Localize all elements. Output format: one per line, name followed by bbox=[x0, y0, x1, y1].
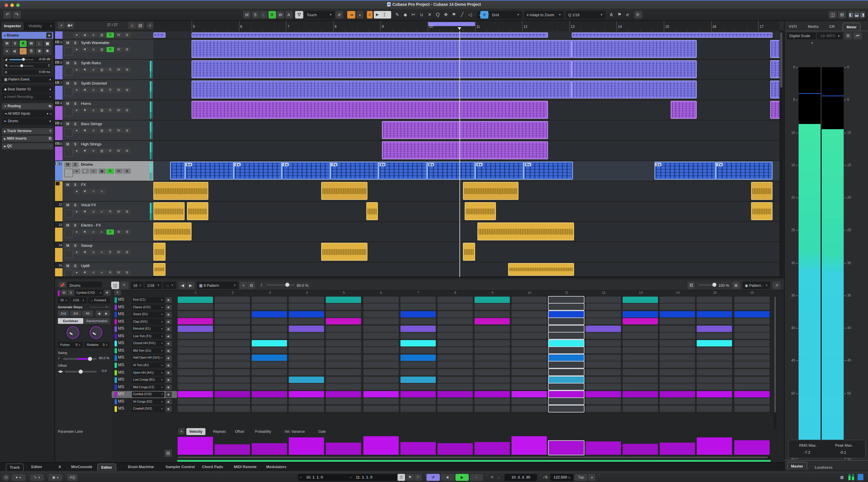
step-cell[interactable] bbox=[697, 405, 732, 412]
step-cell[interactable] bbox=[252, 311, 287, 317]
track-solo-button[interactable]: S bbox=[72, 121, 79, 126]
lane-name-select[interactable]: Hi Tom (A1)▼ bbox=[132, 363, 164, 368]
step-cell[interactable] bbox=[326, 304, 361, 310]
step-cell[interactable] bbox=[326, 376, 361, 382]
drum-edit-button[interactable]: ♩ bbox=[20, 48, 27, 54]
track-slot-box[interactable] bbox=[64, 47, 73, 55]
step-cell[interactable] bbox=[178, 384, 213, 390]
drum-pattern-event[interactable] bbox=[170, 162, 185, 179]
lane-name-select[interactable]: Half Open HH (G#1)▼ bbox=[132, 356, 164, 361]
step-cell[interactable] bbox=[734, 340, 769, 346]
step-cell[interactable] bbox=[437, 325, 472, 332]
step-cell[interactable] bbox=[734, 304, 769, 310]
step-cell[interactable] bbox=[474, 376, 510, 382]
tab-visibility[interactable]: Visibility bbox=[26, 22, 45, 30]
step-cell[interactable] bbox=[326, 384, 361, 390]
step-cell[interactable] bbox=[178, 362, 213, 368]
track-edit-settings-icon[interactable]: e bbox=[90, 209, 97, 214]
track-edit-settings-icon[interactable]: e bbox=[90, 67, 97, 72]
step-cell[interactable] bbox=[512, 296, 547, 303]
tab-randomization[interactable]: Randomization bbox=[84, 318, 110, 324]
step-cell[interactable] bbox=[697, 325, 732, 332]
track-record-icon[interactable]: ● bbox=[73, 189, 81, 194]
track-read-button[interactable]: R bbox=[106, 108, 114, 113]
lane-mute-button[interactable]: M bbox=[118, 385, 122, 389]
lane-solo-button[interactable]: S bbox=[122, 341, 124, 345]
drum-lane-row[interactable]: MS Clap (D#1)▼ bbox=[112, 318, 177, 325]
track-monitor-icon[interactable] bbox=[81, 249, 89, 255]
step-cell[interactable] bbox=[660, 391, 695, 397]
step-cell[interactable] bbox=[215, 318, 250, 324]
step-resolution-select[interactable]: 1/16▼ bbox=[145, 281, 162, 289]
track-monitor-icon[interactable] bbox=[81, 67, 89, 72]
midi-event[interactable] bbox=[770, 60, 779, 78]
automation-settings-button[interactable]: e bbox=[336, 11, 343, 18]
step-cell[interactable] bbox=[178, 340, 213, 346]
lane-preview-icon[interactable] bbox=[165, 319, 172, 324]
scissors-tool[interactable]: ✂ bbox=[410, 11, 417, 18]
track-instrument-icon[interactable]: ▥ bbox=[98, 128, 105, 133]
use-track-preset-icon[interactable]: ◆▾ bbox=[66, 22, 74, 29]
step-cell[interactable] bbox=[215, 355, 250, 361]
audio-event[interactable] bbox=[366, 202, 378, 220]
step-cell[interactable] bbox=[400, 311, 435, 317]
step-cell[interactable] bbox=[215, 376, 250, 382]
tempo-value[interactable]: 122.500 ⇅ bbox=[550, 474, 574, 481]
audio-event[interactable] bbox=[153, 263, 165, 276]
track-solo-button[interactable]: S bbox=[72, 263, 79, 268]
drum-pattern-event[interactable]: 4 ▾ bbox=[475, 162, 524, 179]
time-format-note-icon[interactable]: ♩ bbox=[496, 474, 503, 481]
track-slot-box[interactable] bbox=[64, 67, 73, 76]
step-cell[interactable] bbox=[252, 347, 287, 354]
automation-panel-icon[interactable]: ⛛ bbox=[295, 11, 303, 18]
step-cell[interactable] bbox=[289, 384, 324, 390]
track-record-icon[interactable]: ● bbox=[73, 47, 81, 52]
step-cell[interactable] bbox=[623, 384, 658, 390]
step-cell[interactable] bbox=[474, 391, 510, 397]
group-wave-icon[interactable]: ∿ bbox=[98, 189, 105, 194]
track-solo-button[interactable]: S bbox=[72, 81, 79, 86]
step-cell[interactable] bbox=[734, 333, 769, 339]
prev-pattern-icon[interactable]: ◀ bbox=[179, 281, 186, 289]
step-cell[interactable] bbox=[326, 296, 361, 303]
step-cell[interactable] bbox=[289, 391, 324, 397]
lane-preview-icon[interactable] bbox=[165, 305, 172, 310]
step-cell[interactable] bbox=[474, 296, 510, 303]
step-cell[interactable] bbox=[363, 340, 398, 346]
open-mixconsole-icon[interactable]: ◫ bbox=[829, 11, 837, 18]
track-name[interactable]: Drums bbox=[81, 162, 93, 166]
track-lanes-icon[interactable]: ≣ bbox=[123, 87, 131, 92]
lane-solo-button[interactable]: S bbox=[122, 305, 124, 309]
step-cell[interactable] bbox=[549, 405, 584, 412]
dice-icon[interactable]: ⚄ bbox=[687, 281, 695, 289]
lower-tab-chord-pads[interactable]: Chord Pads bbox=[198, 463, 226, 471]
step-cell[interactable] bbox=[623, 296, 658, 303]
step-cell[interactable] bbox=[437, 362, 472, 368]
lane-name-select[interactable]: Low Conga (B1)▼ bbox=[132, 377, 164, 382]
lane-name-select[interactable]: Mid Tom (G1)▼ bbox=[132, 348, 164, 354]
lane-preview-icon[interactable] bbox=[165, 297, 172, 303]
step-cell[interactable] bbox=[734, 376, 769, 382]
step-cell[interactable] bbox=[549, 333, 584, 339]
step-cell[interactable] bbox=[697, 347, 732, 354]
midi-input-selector[interactable]: ⇥ All MIDI Inputs▼ ⤨ bbox=[2, 111, 53, 117]
step-cell[interactable] bbox=[178, 398, 213, 404]
drum-pattern-event[interactable]: 6 ▾ bbox=[185, 162, 234, 179]
step-cell[interactable] bbox=[400, 325, 435, 332]
step-cell[interactable] bbox=[623, 369, 658, 375]
step-cell[interactable] bbox=[215, 333, 250, 339]
lower-tab-midi-remote[interactable]: MIDI Remote bbox=[230, 463, 260, 471]
tab-loudness[interactable]: Loudness bbox=[815, 463, 832, 471]
record-button[interactable]: ○ bbox=[470, 474, 483, 481]
step-cell[interactable] bbox=[178, 311, 213, 317]
lane-mute-button[interactable]: M bbox=[118, 341, 122, 345]
track-monitor-icon[interactable] bbox=[81, 270, 89, 275]
step-cell[interactable] bbox=[326, 362, 361, 368]
step-cell[interactable] bbox=[623, 340, 658, 346]
step-cell[interactable] bbox=[623, 405, 658, 412]
step-cell[interactable] bbox=[289, 325, 324, 332]
global-w-automation-button[interactable]: W bbox=[277, 11, 284, 18]
step-cell[interactable] bbox=[363, 391, 398, 397]
pattern-event-label[interactable]: 1 ▾ bbox=[283, 163, 289, 166]
global-s-automation-button[interactable]: S bbox=[251, 11, 259, 18]
